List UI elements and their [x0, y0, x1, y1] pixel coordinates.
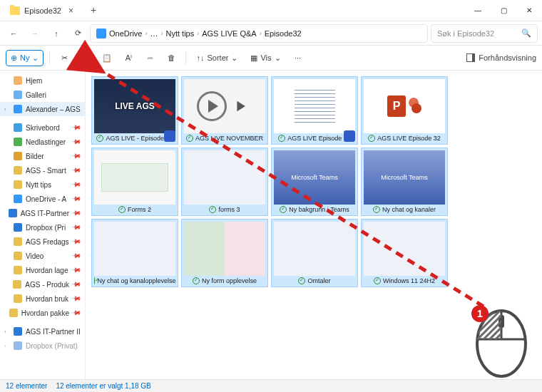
search-icon: 🔍 [521, 29, 531, 38]
nav-sidebar: Hjem Galleri ›Alexander – AGS Skrivebord… [0, 71, 86, 379]
sidebar-item[interactable]: AGS - Smart📌 [0, 163, 85, 177]
crumb-ellipsis[interactable]: … [150, 29, 158, 38]
sidebar-item[interactable]: OneDrive - A📌 [0, 192, 85, 206]
close-window-button[interactable]: ✕ [516, 0, 542, 20]
delete-button[interactable]: 🗑 [163, 51, 180, 65]
sidebar-home[interactable]: Hjem [0, 73, 85, 88]
sidebar-item[interactable]: Skrivebord📌 [0, 120, 85, 135]
sidebar-item[interactable]: Hvordan pakke📌 [0, 306, 85, 320]
sidebar-item-label: Video [26, 252, 44, 260]
close-tab-button[interactable]: × [66, 6, 76, 16]
crumb-1[interactable]: Nytt tips [165, 29, 194, 38]
filetype-badge-icon [164, 130, 175, 142]
pin-icon: 📌 [71, 180, 82, 190]
file-label: forms 3 [184, 206, 265, 213]
sync-status-icon [118, 206, 126, 213]
sidebar-item[interactable]: Bilder📌 [0, 149, 85, 163]
file-label: Ny chat og kanalopplevelse [94, 277, 175, 284]
rename-button[interactable]: Aᴵ [120, 51, 137, 66]
sidebar-item-label: AGS Fredags [26, 238, 69, 246]
breadcrumb[interactable]: OneDrive › … › Nytt tips › AGS LIVE Q&A … [90, 24, 428, 43]
sidebar-item[interactable]: AGS IT-Partner📌 [0, 206, 85, 220]
file-label: Forms 2 [94, 206, 175, 213]
sync-status-icon [374, 277, 381, 284]
toolbar: ⊕ Ny ⌄ ✂ ⧉ 📋 Aᴵ ➦ 🗑 ↑↓ Sorter ⌄ ▦ Vis ⌄ … [0, 46, 542, 71]
file-item[interactable]: ✓ Ny chat og kanaler [361, 148, 448, 216]
pin-icon: 📌 [71, 123, 82, 133]
sidebar-item-label: Bilder [26, 153, 44, 160]
up-button[interactable]: ↑ [47, 24, 66, 43]
sync-status-icon [209, 206, 216, 213]
sync-status-icon [96, 135, 103, 142]
sort-button[interactable]: ↑↓ Sorter ⌄ [192, 51, 242, 66]
file-item[interactable]: ✓ AGS LIVE NOVEMBER [181, 76, 268, 145]
search-input[interactable]: Søk i Episode32 🔍 [431, 24, 538, 43]
file-item[interactable]: ✓ Windows 11 24H2 [361, 219, 448, 287]
pin-icon: 📌 [71, 208, 82, 219]
cut-button[interactable]: ✂ [56, 51, 73, 66]
window-controls: — ▢ ✕ [465, 0, 542, 20]
file-label: Ny bakgrunn i Teams [274, 206, 355, 213]
sidebar-item[interactable]: Nedlastinger📌 [0, 135, 85, 149]
chevron-right-icon: › [260, 30, 262, 37]
crumb-3[interactable]: Episode32 [265, 29, 302, 38]
new-tab-button[interactable]: + [83, 0, 103, 20]
file-label: Ny chat og kanaler [364, 206, 445, 213]
sidebar-item[interactable]: AGS Fredags📌 [0, 234, 85, 249]
sidebar-item[interactable]: AGS - Produk📌 [0, 277, 85, 292]
share-button[interactable]: ➦ [141, 51, 158, 66]
sidebar-item-label: Hvordan lage [26, 267, 68, 274]
copy-button[interactable]: ⧉ [77, 51, 94, 66]
sidebar-item-label: Hvordan pakke [21, 309, 69, 317]
pin-icon: 📌 [71, 194, 82, 205]
sidebar-item[interactable]: Nytt tips📌 [0, 177, 85, 192]
file-item[interactable]: ✓ Ny chat og kanalopplevelse [91, 219, 178, 287]
file-item[interactable]: ✓ P AGS LIVE Episode 32 [361, 76, 448, 145]
file-item[interactable]: ✓ Ny bakgrunn i Teams [271, 148, 358, 216]
back-button[interactable]: ← [4, 24, 23, 43]
titlebar: Episode32 × + — ▢ ✕ [0, 0, 542, 21]
crumb-root[interactable]: OneDrive [109, 29, 142, 38]
sync-status-icon [298, 277, 305, 284]
minimize-button[interactable]: — [465, 0, 491, 20]
file-item[interactable]: ✓ AGS LIVE - Episode 32 [91, 76, 178, 145]
maximize-button[interactable]: ▢ [491, 0, 516, 20]
sidebar-item[interactable]: Video📌 [0, 249, 85, 263]
status-bar: 12 elementer 12 elementer er valgt 1,18 … [0, 379, 542, 392]
sidebar-bottom-1[interactable]: ›AGS IT-Partner II [0, 324, 85, 339]
crumb-2[interactable]: AGS LIVE Q&A [202, 29, 256, 38]
pin-icon: 📌 [71, 265, 82, 276]
file-item[interactable]: ✓ Forms 2 [91, 148, 178, 216]
sync-status-icon [186, 135, 193, 142]
refresh-button[interactable]: ⟳ [68, 24, 87, 43]
more-button[interactable]: ··· [290, 51, 307, 65]
file-item[interactable]: ✓ Ny form opplevelse [181, 219, 268, 287]
status-selected: 12 elementer er valgt 1,18 GB [56, 382, 150, 390]
sidebar-item[interactable]: Dropbox (Pri📌 [0, 220, 85, 234]
file-label: Ny form opplevelse [184, 277, 265, 284]
file-item[interactable]: ✓ Omtaler [271, 219, 358, 287]
pin-icon: 📌 [71, 237, 82, 247]
active-tab[interactable]: Episode32 × [3, 1, 83, 20]
preview-pane-button[interactable]: Forhåndsvisning [466, 53, 536, 62]
annotation-mouse-icon: 1 [471, 302, 532, 381]
sidebar-onedrive-user[interactable]: ›Alexander – AGS [0, 102, 85, 116]
file-item[interactable]: ✓ AGS LIVE Episode 32 [271, 76, 358, 145]
paste-button[interactable]: 📋 [98, 51, 116, 66]
sidebar-item[interactable]: Hvordan lage📌 [0, 263, 85, 277]
sync-status-icon [373, 206, 380, 213]
file-item[interactable]: ✓ forms 3 [181, 148, 268, 216]
view-button[interactable]: ▦ Vis ⌄ [246, 51, 285, 66]
sync-status-icon [94, 277, 95, 284]
svg-text:1: 1 [477, 308, 483, 319]
sidebar-bottom-2[interactable]: ›Dropbox (Privat) [0, 339, 85, 353]
sidebar-item-label: OneDrive - A [26, 195, 66, 203]
pin-icon: 📌 [71, 151, 82, 162]
new-button[interactable]: ⊕ Ny ⌄ [6, 50, 44, 66]
folder-icon [10, 6, 20, 15]
sidebar-item[interactable]: Hvordan bruk📌 [0, 292, 85, 306]
sidebar-gallery[interactable]: Galleri [0, 88, 85, 102]
sync-status-icon [280, 206, 287, 213]
status-count: 12 elementer [6, 382, 47, 390]
forward-button[interactable]: → [26, 24, 44, 43]
